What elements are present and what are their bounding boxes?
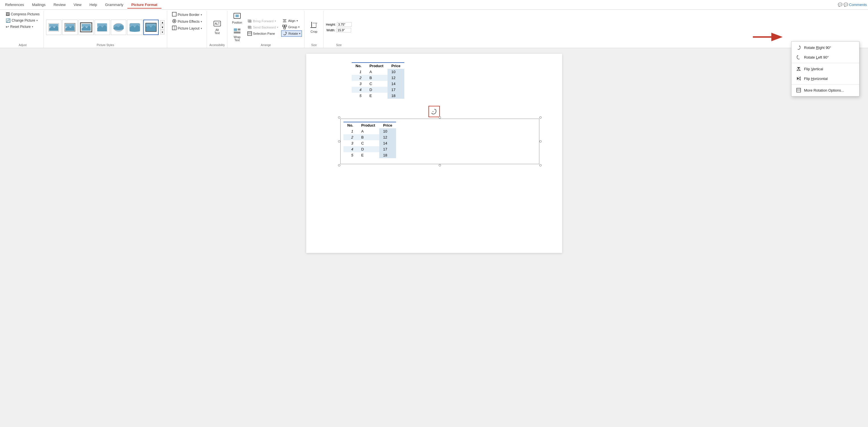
rotate-handle-area (317, 105, 551, 119)
rotate-right-90-item[interactable]: Rotate Right 90° (792, 43, 859, 52)
table-row: 1A10 (343, 128, 396, 134)
position-button[interactable]: Position (230, 11, 245, 25)
styles-scroll-up[interactable]: ▲ (160, 20, 165, 25)
height-row: Height: (326, 22, 352, 27)
pic-style-5[interactable] (111, 20, 126, 35)
picture-layout-label: Picture Layout (178, 26, 199, 30)
tab-mailings[interactable]: Mailings (28, 1, 50, 8)
pic-style-1[interactable] (46, 20, 61, 35)
tab-picture-format[interactable]: Picture Format (127, 1, 161, 8)
bring-forward-button[interactable]: Bring Forward ▾ (246, 18, 280, 24)
picture-layout-button[interactable]: Picture Layout ▾ (170, 25, 204, 32)
table-cell: 1 (352, 69, 366, 75)
alt-text-label: Alt Text (214, 28, 219, 35)
dropdown-divider-1 (792, 63, 859, 63)
tab-review[interactable]: Review (50, 1, 70, 8)
ribbon: References Mailings Review View Help Gra… (0, 0, 868, 48)
svg-point-51 (432, 111, 433, 112)
handle-tr[interactable] (539, 116, 541, 119)
height-input[interactable] (337, 22, 352, 27)
table-cell: 18 (379, 152, 396, 158)
comment-icon: 💬 (838, 3, 842, 7)
picture-effects-label: Picture Effects (178, 20, 199, 24)
rotate-left-90-item[interactable]: Rotate Left 90° (792, 52, 859, 62)
send-backward-arrow: ▾ (277, 26, 278, 29)
table1-wrapper: No. Product Price 1A102B123C144D175E18 (352, 62, 551, 99)
pic-style-3[interactable] (79, 20, 94, 35)
wrap-text-label: Wrap Text (234, 35, 241, 42)
send-backward-button[interactable]: Send Backward ▾ (246, 25, 280, 30)
width-label: Width: (327, 28, 335, 32)
pic-style-7[interactable] (143, 20, 159, 35)
rotate-handle-button[interactable] (429, 106, 440, 117)
arrange-btns-col: Bring Forward ▾ Send Backward ▾ Selectio… (246, 18, 280, 36)
main-area: No. Product Price 1A102B123C144D175E18 (0, 48, 868, 427)
group-accessibility-label: Accessibility (209, 43, 225, 47)
pic-style-2[interactable] (62, 20, 78, 35)
table2: No. Product Price 1A102B123C144D175E18 (343, 122, 396, 158)
crop-button[interactable]: Crop (307, 20, 321, 34)
tab-view[interactable]: View (70, 1, 86, 8)
reset-picture-button[interactable]: ↩ Reset Picture ▾ (4, 24, 35, 30)
change-arrow: ▾ (36, 19, 38, 22)
wrap-text-button[interactable]: Wrap Text (230, 26, 245, 43)
compress-pictures-button[interactable]: 🖼 Compress Pictures (4, 11, 41, 17)
svg-rect-18 (172, 12, 176, 16)
ribbon-tabs: References Mailings Review View Help Gra… (0, 0, 868, 10)
change-picture-button[interactable]: 🔄 Change Picture ▾ (4, 18, 39, 23)
align-button[interactable]: Align ▾ (281, 18, 302, 24)
table2-header-row: No. Product Price (343, 122, 396, 128)
table-cell: 17 (379, 146, 396, 152)
width-row: Width: (327, 28, 351, 32)
flip-horizontal-icon (796, 76, 801, 81)
table-cell: 4 (352, 87, 366, 93)
styles-scroll-down[interactable]: ▼ (160, 25, 165, 30)
handle-tl[interactable] (338, 116, 340, 119)
table-row: 5E18 (343, 152, 396, 158)
picture-effects-button[interactable]: Picture Effects ▾ (170, 18, 204, 25)
svg-rect-43 (285, 25, 287, 27)
flip-horizontal-item[interactable]: Flip Horizontal (792, 74, 859, 83)
rotate-button[interactable]: Rotate ▾ (281, 30, 302, 37)
handle-mr[interactable] (539, 140, 541, 143)
tab-grammarly[interactable]: Grammarly (101, 1, 127, 8)
more-rotation-options-item[interactable]: More Rotation Options... (792, 85, 859, 95)
handle-ml[interactable] (338, 140, 340, 143)
group-button[interactable]: Group ▾ (281, 24, 302, 30)
styles-scroll-more[interactable]: ▾ (160, 30, 165, 34)
table-cell: A (365, 69, 387, 75)
table-cell: A (357, 128, 379, 134)
flip-vertical-item[interactable]: Flip Vertical (792, 64, 859, 74)
table-cell: 10 (388, 69, 405, 75)
send-backward-label: Send Backward (253, 26, 276, 29)
handle-br[interactable] (539, 164, 541, 166)
table-cell: C (365, 81, 387, 87)
table-cell: 3 (343, 140, 358, 146)
picture-border-button[interactable]: Picture Border ▾ (170, 11, 204, 18)
handle-bm[interactable] (439, 164, 441, 166)
pic-style-6[interactable] (127, 20, 143, 35)
table2-header-no: No. (343, 122, 358, 128)
group-label: Group (288, 25, 297, 29)
group-accessibility: ALT Alt Text Accessibility (207, 11, 227, 48)
table-cell: 2 (352, 75, 366, 81)
group-left-picture: 🖼 Compress Pictures 🔄 Change Picture ▾ ↩… (2, 11, 44, 48)
table-row: 5E18 (352, 93, 405, 99)
rotate-arrow: ▾ (299, 32, 301, 35)
alt-text-button[interactable]: ALT Alt Text (210, 19, 224, 36)
handle-tm[interactable] (439, 116, 441, 119)
svg-marker-56 (797, 69, 800, 70)
selection-pane-button[interactable]: Selection Pane (246, 31, 280, 36)
width-input[interactable] (336, 28, 351, 32)
handle-bl[interactable] (338, 164, 340, 166)
more-rotation-icon (796, 88, 801, 93)
group-crop: Crop Size (305, 11, 323, 48)
table-row: 2B12 (343, 134, 396, 140)
tab-references[interactable]: References (1, 1, 28, 8)
rotate-dropdown: Rotate Right 90° Rotate Left 90° Flip Ve… (791, 41, 860, 96)
pic-style-4[interactable] (95, 20, 110, 35)
comments-button[interactable]: 💬 💬 Comments (838, 3, 867, 7)
align-label: Align (288, 19, 296, 23)
effects-icon (172, 19, 177, 24)
tab-help[interactable]: Help (86, 1, 101, 8)
